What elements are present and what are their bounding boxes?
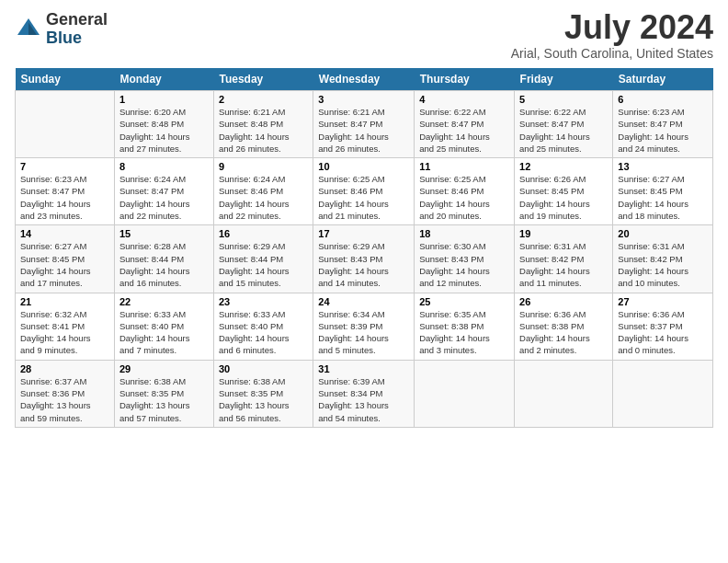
day-number: 31	[318, 363, 409, 374]
day-info: Sunrise: 6:36 AM Sunset: 8:37 PM Dayligh…	[618, 308, 708, 357]
calendar-cell: 6Sunrise: 6:23 AM Sunset: 8:47 PM Daylig…	[613, 91, 713, 158]
day-info: Sunrise: 6:23 AM Sunset: 8:47 PM Dayligh…	[20, 173, 109, 222]
calendar-cell: 1Sunrise: 6:20 AM Sunset: 8:48 PM Daylig…	[114, 91, 213, 158]
calendar-cell: 9Sunrise: 6:24 AM Sunset: 8:46 PM Daylig…	[213, 158, 313, 225]
day-number: 10	[318, 161, 409, 172]
title-block: July 2024 Arial, South Carolina, United …	[511, 11, 713, 61]
logo-icon	[15, 16, 42, 43]
calendar-cell: 7Sunrise: 6:23 AM Sunset: 8:47 PM Daylig…	[16, 158, 115, 225]
day-info: Sunrise: 6:24 AM Sunset: 8:47 PM Dayligh…	[119, 173, 209, 222]
col-sunday: Sunday	[16, 68, 115, 91]
calendar-cell: 10Sunrise: 6:25 AM Sunset: 8:46 PM Dayli…	[313, 158, 415, 225]
calendar-cell: 13Sunrise: 6:27 AM Sunset: 8:45 PM Dayli…	[613, 158, 713, 225]
day-info: Sunrise: 6:34 AM Sunset: 8:39 PM Dayligh…	[318, 308, 409, 357]
day-number: 4	[419, 94, 509, 105]
day-info: Sunrise: 6:25 AM Sunset: 8:46 PM Dayligh…	[419, 173, 509, 222]
day-info: Sunrise: 6:20 AM Sunset: 8:48 PM Dayligh…	[119, 106, 209, 155]
day-info: Sunrise: 6:37 AM Sunset: 8:36 PM Dayligh…	[20, 375, 109, 424]
calendar-cell: 17Sunrise: 6:29 AM Sunset: 8:43 PM Dayli…	[313, 225, 415, 293]
calendar-cell: 11Sunrise: 6:25 AM Sunset: 8:46 PM Dayli…	[415, 158, 515, 225]
col-wednesday: Wednesday	[313, 68, 415, 91]
calendar-cell: 5Sunrise: 6:22 AM Sunset: 8:47 PM Daylig…	[515, 91, 613, 158]
calendar-cell: 2Sunrise: 6:21 AM Sunset: 8:48 PM Daylig…	[213, 91, 313, 158]
calendar-cell: 30Sunrise: 6:38 AM Sunset: 8:35 PM Dayli…	[213, 360, 313, 427]
calendar-cell	[16, 91, 115, 158]
day-number: 13	[618, 161, 708, 172]
calendar-cell	[613, 360, 713, 427]
day-info: Sunrise: 6:31 AM Sunset: 8:42 PM Dayligh…	[519, 240, 608, 289]
calendar-cell: 14Sunrise: 6:27 AM Sunset: 8:45 PM Dayli…	[16, 225, 115, 293]
calendar-week-1: 7Sunrise: 6:23 AM Sunset: 8:47 PM Daylig…	[16, 158, 713, 225]
logo: General Blue	[15, 11, 108, 48]
day-info: Sunrise: 6:21 AM Sunset: 8:48 PM Dayligh…	[219, 106, 308, 155]
day-number: 20	[618, 228, 708, 239]
calendar-cell: 15Sunrise: 6:28 AM Sunset: 8:44 PM Dayli…	[114, 225, 213, 293]
calendar-cell: 19Sunrise: 6:31 AM Sunset: 8:42 PM Dayli…	[515, 225, 613, 293]
logo-text: General Blue	[46, 11, 108, 48]
logo-blue: Blue	[46, 29, 108, 48]
day-number: 28	[20, 363, 109, 374]
day-info: Sunrise: 6:22 AM Sunset: 8:47 PM Dayligh…	[419, 106, 509, 155]
calendar-week-3: 21Sunrise: 6:32 AM Sunset: 8:41 PM Dayli…	[16, 293, 713, 360]
calendar-cell: 4Sunrise: 6:22 AM Sunset: 8:47 PM Daylig…	[415, 91, 515, 158]
calendar-cell: 24Sunrise: 6:34 AM Sunset: 8:39 PM Dayli…	[313, 293, 415, 360]
day-number: 6	[618, 94, 708, 105]
calendar-cell: 27Sunrise: 6:36 AM Sunset: 8:37 PM Dayli…	[613, 293, 713, 360]
day-number: 5	[519, 94, 608, 105]
day-info: Sunrise: 6:26 AM Sunset: 8:45 PM Dayligh…	[519, 173, 608, 222]
day-info: Sunrise: 6:33 AM Sunset: 8:40 PM Dayligh…	[219, 308, 308, 357]
calendar-cell: 21Sunrise: 6:32 AM Sunset: 8:41 PM Dayli…	[16, 293, 115, 360]
day-number: 27	[618, 296, 708, 307]
day-number: 1	[119, 94, 209, 105]
day-number: 14	[20, 228, 109, 239]
day-info: Sunrise: 6:36 AM Sunset: 8:38 PM Dayligh…	[519, 308, 608, 357]
calendar-table: Sunday Monday Tuesday Wednesday Thursday…	[15, 68, 713, 428]
day-info: Sunrise: 6:27 AM Sunset: 8:45 PM Dayligh…	[20, 240, 109, 289]
calendar-cell	[415, 360, 515, 427]
day-number: 18	[419, 228, 509, 239]
calendar-cell: 12Sunrise: 6:26 AM Sunset: 8:45 PM Dayli…	[515, 158, 613, 225]
day-info: Sunrise: 6:27 AM Sunset: 8:45 PM Dayligh…	[618, 173, 708, 222]
day-info: Sunrise: 6:32 AM Sunset: 8:41 PM Dayligh…	[20, 308, 109, 357]
day-info: Sunrise: 6:30 AM Sunset: 8:43 PM Dayligh…	[419, 240, 509, 289]
calendar-cell: 29Sunrise: 6:38 AM Sunset: 8:35 PM Dayli…	[114, 360, 213, 427]
day-number: 15	[119, 228, 209, 239]
day-info: Sunrise: 6:29 AM Sunset: 8:44 PM Dayligh…	[219, 240, 308, 289]
day-number: 29	[119, 363, 209, 374]
day-number: 22	[119, 296, 209, 307]
day-info: Sunrise: 6:22 AM Sunset: 8:47 PM Dayligh…	[519, 106, 608, 155]
calendar-cell: 25Sunrise: 6:35 AM Sunset: 8:38 PM Dayli…	[415, 293, 515, 360]
day-number: 7	[20, 161, 109, 172]
calendar-cell: 31Sunrise: 6:39 AM Sunset: 8:34 PM Dayli…	[313, 360, 415, 427]
col-saturday: Saturday	[613, 68, 713, 91]
day-info: Sunrise: 6:21 AM Sunset: 8:47 PM Dayligh…	[318, 106, 409, 155]
calendar-week-0: 1Sunrise: 6:20 AM Sunset: 8:48 PM Daylig…	[16, 91, 713, 158]
day-number: 2	[219, 94, 308, 105]
day-number: 8	[119, 161, 209, 172]
day-info: Sunrise: 6:24 AM Sunset: 8:46 PM Dayligh…	[219, 173, 308, 222]
day-number: 12	[519, 161, 608, 172]
calendar-week-2: 14Sunrise: 6:27 AM Sunset: 8:45 PM Dayli…	[16, 225, 713, 293]
day-info: Sunrise: 6:38 AM Sunset: 8:35 PM Dayligh…	[119, 375, 209, 424]
day-info: Sunrise: 6:28 AM Sunset: 8:44 PM Dayligh…	[119, 240, 209, 289]
calendar-week-4: 28Sunrise: 6:37 AM Sunset: 8:36 PM Dayli…	[16, 360, 713, 427]
calendar-cell: 18Sunrise: 6:30 AM Sunset: 8:43 PM Dayli…	[415, 225, 515, 293]
day-number: 24	[318, 296, 409, 307]
calendar-cell: 26Sunrise: 6:36 AM Sunset: 8:38 PM Dayli…	[515, 293, 613, 360]
day-number: 11	[419, 161, 509, 172]
col-thursday: Thursday	[415, 68, 515, 91]
calendar-cell: 23Sunrise: 6:33 AM Sunset: 8:40 PM Dayli…	[213, 293, 313, 360]
day-number: 3	[318, 94, 409, 105]
calendar-cell: 8Sunrise: 6:24 AM Sunset: 8:47 PM Daylig…	[114, 158, 213, 225]
header-row: Sunday Monday Tuesday Wednesday Thursday…	[16, 68, 713, 91]
calendar-cell: 28Sunrise: 6:37 AM Sunset: 8:36 PM Dayli…	[16, 360, 115, 427]
calendar-cell: 16Sunrise: 6:29 AM Sunset: 8:44 PM Dayli…	[213, 225, 313, 293]
day-info: Sunrise: 6:38 AM Sunset: 8:35 PM Dayligh…	[219, 375, 308, 424]
day-number: 9	[219, 161, 308, 172]
calendar-cell: 22Sunrise: 6:33 AM Sunset: 8:40 PM Dayli…	[114, 293, 213, 360]
day-number: 26	[519, 296, 608, 307]
day-number: 21	[20, 296, 109, 307]
col-friday: Friday	[515, 68, 613, 91]
day-info: Sunrise: 6:29 AM Sunset: 8:43 PM Dayligh…	[318, 240, 409, 289]
day-number: 16	[219, 228, 308, 239]
